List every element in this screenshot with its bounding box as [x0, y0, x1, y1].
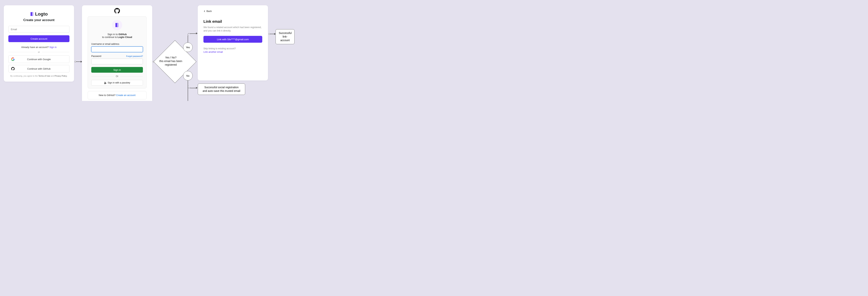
flow-arrow	[74, 61, 82, 63]
forgot-password-link[interactable]: Forgot password?	[126, 55, 143, 57]
arrow-head-icon	[196, 87, 197, 89]
flow-edge	[190, 88, 196, 88]
logto-logo: Logto	[8, 11, 69, 17]
link-another-email-link[interactable]: Link another email	[204, 51, 223, 53]
signup-heading: Create your account	[8, 18, 69, 22]
terms-text: By continuing, you agree to the Terms of…	[8, 75, 69, 77]
github-signin-panel: Sign in to GitHub to continue to Logto C…	[88, 16, 147, 89]
link-email-card: Back Link email We found a related accou…	[198, 5, 268, 80]
final-result: Successful link-account	[276, 29, 294, 44]
github-signin-card: Sign in to GitHub to continue to Logto C…	[82, 5, 152, 101]
continue-with-google-button[interactable]: Continue with Google	[8, 56, 69, 63]
brand-name: Logto	[35, 11, 48, 17]
github-create-account-prompt: New to GitHub? Create an account	[88, 91, 147, 99]
flow-arrow	[269, 33, 276, 35]
svg-rect-1	[117, 23, 118, 27]
skip-linking-question: Skip linking to existing account?	[204, 47, 262, 50]
decision-label: Yes / No? this email has been registered	[154, 56, 188, 67]
link-email-title: Link email	[204, 19, 262, 24]
signup-card: Logto Create your account Create account…	[4, 5, 74, 81]
github-signin-button[interactable]: Sign in	[91, 67, 143, 73]
arrow-head-icon	[196, 32, 197, 34]
password-input[interactable]	[91, 59, 143, 64]
github-continue-to: to continue to Logto Cloud	[91, 36, 143, 38]
email-field[interactable]	[8, 26, 69, 33]
flow-edge	[188, 79, 188, 101]
no-branch-result: Successful social registration and auto-…	[198, 84, 245, 95]
username-label: Username or email address	[91, 43, 143, 45]
username-input[interactable]	[91, 46, 143, 52]
continue-with-github-button[interactable]: Continue with GitHub	[8, 65, 69, 72]
decision-no: No	[183, 71, 193, 80]
decision-yes: Yes	[183, 42, 193, 52]
chevron-left-icon	[204, 10, 206, 12]
password-label: Password	[91, 55, 101, 58]
sign-in-link[interactable]: Sign in	[49, 46, 57, 48]
back-button[interactable]: Back	[204, 10, 262, 12]
privacy-policy-link[interactable]: Privacy Policy	[55, 75, 67, 77]
divider-or: or	[8, 51, 69, 53]
app-badge	[112, 20, 122, 30]
link-with-email-button[interactable]: Link with Silv****@gmail.com	[204, 36, 262, 43]
create-account-button[interactable]: Create account	[8, 35, 69, 42]
svg-rect-0	[32, 12, 33, 16]
passkey-icon	[104, 81, 106, 84]
github-signin-title: Sign in to GitHub	[91, 33, 143, 36]
flow-edge	[190, 33, 196, 34]
google-icon	[11, 58, 14, 61]
terms-of-use-link[interactable]: Terms of Use	[38, 75, 50, 77]
github-icon	[11, 67, 14, 70]
github-logo-icon	[88, 8, 147, 14]
divider-or: Or	[91, 75, 143, 77]
already-have-account: Already have an account? Sign in	[8, 46, 69, 48]
logto-logo-icon	[30, 12, 34, 16]
link-email-description: We found a related account which had bee…	[204, 26, 262, 32]
logto-logo-icon	[115, 23, 119, 28]
github-create-account-link[interactable]: Create an account	[116, 94, 135, 97]
passkey-signin-button[interactable]: Sign in with a passkey	[91, 80, 143, 86]
